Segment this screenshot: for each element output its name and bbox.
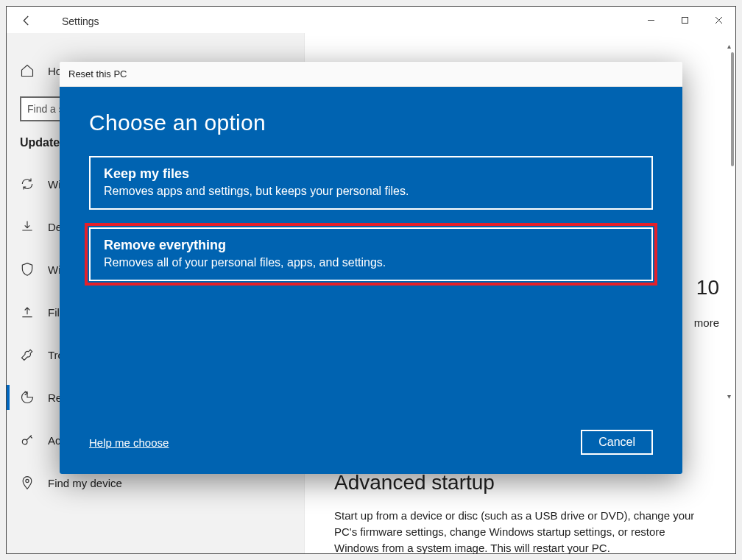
sync-icon (20, 177, 35, 191)
shield-icon (20, 262, 35, 277)
dialog-heading: Choose an option (89, 110, 653, 135)
option-description: Removes all of your personal files, apps… (104, 256, 638, 269)
cancel-button[interactable]: Cancel (581, 430, 653, 455)
key-icon (20, 433, 35, 447)
option-title: Remove everything (104, 238, 638, 253)
dialog-footer: Help me choose Cancel (89, 430, 653, 455)
svg-point-4 (22, 439, 27, 444)
home-icon (20, 63, 35, 78)
upload-icon (20, 305, 35, 319)
back-icon[interactable] (20, 14, 33, 31)
partial-text-10: 10 (696, 276, 719, 300)
partial-text-more: more (694, 316, 719, 329)
option-remove-everything[interactable]: Remove everything Removes all of your pe… (89, 227, 653, 281)
option-description: Removes apps and settings, but keeps you… (104, 185, 638, 198)
advanced-startup-heading: Advanced startup (334, 471, 706, 495)
titlebar: Settings (7, 7, 735, 33)
download-icon (20, 219, 35, 234)
svg-rect-1 (682, 17, 688, 23)
option-title: Keep my files (104, 166, 638, 182)
scroll-up-icon[interactable]: ▴ (727, 42, 735, 49)
scrollbar-thumb[interactable] (731, 52, 734, 166)
advanced-startup-body: Start up from a device or disc (such as … (334, 508, 706, 553)
reset-pc-dialog: Reset this PC Choose an option Keep my f… (60, 62, 682, 474)
wrench-icon (20, 347, 35, 362)
maximize-icon[interactable] (668, 8, 702, 32)
recovery-icon (20, 390, 35, 405)
dialog-title: Reset this PC (60, 62, 682, 87)
settings-window: Settings Home Find a setting Update & Se… (6, 6, 736, 554)
scrollbar[interactable]: ▴ ▾ (725, 40, 735, 401)
close-icon[interactable] (702, 8, 735, 32)
scroll-down-icon[interactable]: ▾ (727, 392, 735, 400)
svg-point-5 (26, 479, 29, 482)
app-title: Settings (62, 15, 99, 27)
window-controls (634, 8, 735, 32)
location-icon (20, 475, 35, 490)
help-me-choose-link[interactable]: Help me choose (89, 436, 169, 449)
option-keep-my-files[interactable]: Keep my files Removes apps and settings,… (89, 156, 653, 210)
sidebar-item-label: Find my device (48, 477, 122, 489)
dialog-body: Choose an option Keep my files Removes a… (60, 87, 682, 474)
minimize-icon[interactable] (634, 8, 668, 32)
